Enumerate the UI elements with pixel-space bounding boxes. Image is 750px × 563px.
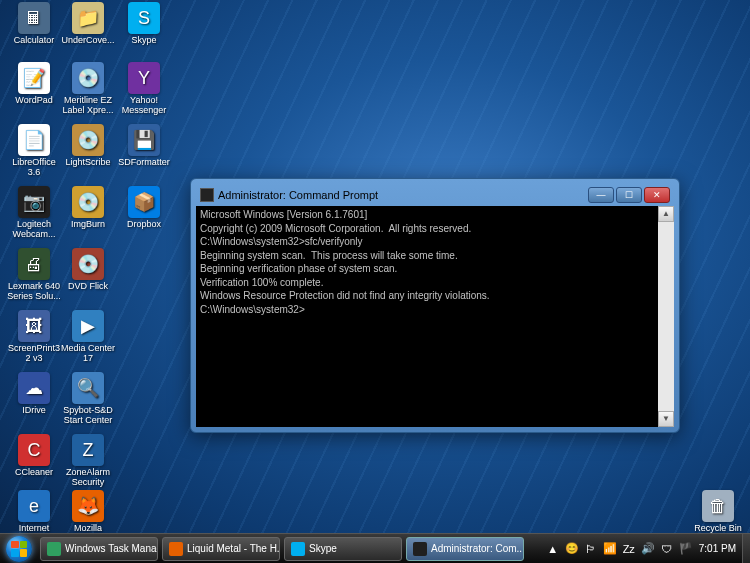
console-line: C:\Windows\system32> [200,303,670,317]
desktop-icon-idrive[interactable]: ☁IDrive [6,372,62,416]
icon-label: Dropbox [127,220,161,230]
app-icon: 💿 [72,186,104,218]
icon-label: CCleaner [15,468,53,478]
desktop-icon-undercove[interactable]: 📁UnderCove... [60,2,116,46]
start-button[interactable] [0,534,38,564]
desktop-icon-sdformatter[interactable]: 💾SDFormatter [116,124,172,168]
app-icon: 📝 [18,62,50,94]
app-icon: 🦊 [72,490,104,522]
desktop-icon-zonealarm-security[interactable]: ZZoneAlarm Security [60,434,116,488]
icon-label: Skype [131,36,156,46]
scroll-up-button[interactable]: ▲ [658,206,674,222]
icon-label: ZoneAlarm Security [60,468,116,488]
icon-label: LibreOffice 3.6 [6,158,62,178]
app-icon: 🗑 [702,490,734,522]
desktop-icon-skype[interactable]: SSkype [116,2,172,46]
console-line: Beginning verification phase of system s… [200,262,670,276]
taskbar: Windows Task Manag...Liquid Metal - The … [0,533,750,563]
app-icon: 💿 [72,248,104,280]
console-line: Microsoft Windows [Version 6.1.7601] [200,208,670,222]
console-line: Copyright (c) 2009 Microsoft Corporation… [200,222,670,236]
desktop-icon-lightscribe[interactable]: 💿LightScribe [60,124,116,168]
titlebar[interactable]: Administrator: Command Prompt — ☐ ✕ [196,184,674,206]
desktop-icon-screenprint32-v3[interactable]: 🖼ScreenPrint32 v3 [6,310,62,364]
app-icon: e [18,490,50,522]
taskbar-label: Skype [309,543,337,554]
desktop-icon-calculator[interactable]: 🖩Calculator [6,2,62,46]
tray-icon-3[interactable]: 📶 [603,542,617,556]
taskbar-button-3[interactable]: Administrator: Com... [406,537,524,561]
desktop-icon-media-center-17[interactable]: ▶Media Center 17 [60,310,116,364]
app-icon: 📦 [128,186,160,218]
icon-label: ImgBurn [71,220,105,230]
app-icon: 🖩 [18,2,50,34]
desktop-icon-logitech-webcam[interactable]: 📷Logitech Webcam... [6,186,62,240]
desktop-icon-dvd-flick[interactable]: 💿DVD Flick [60,248,116,292]
close-button[interactable]: ✕ [644,187,670,203]
taskbar-button-0[interactable]: Windows Task Manag... [40,537,158,561]
icon-label: WordPad [15,96,52,106]
taskbar-button-2[interactable]: Skype [284,537,402,561]
window-title: Administrator: Command Prompt [218,189,588,201]
app-icon: 📁 [72,2,104,34]
icon-label: LightScribe [65,158,110,168]
desktop-icon-recycle-bin[interactable]: 🗑Recycle Bin [690,490,746,534]
show-desktop-button[interactable] [742,534,750,564]
icon-label: Yahoo! Messenger [116,96,172,116]
desktop-icon-yahoo-messenger[interactable]: YYahoo! Messenger [116,62,172,116]
desktop-icon-imgburn[interactable]: 💿ImgBurn [60,186,116,230]
tray-icon-0[interactable]: ▲ [546,542,560,556]
app-icon: ☁ [18,372,50,404]
maximize-button[interactable]: ☐ [616,187,642,203]
desktop-icon-wordpad[interactable]: 📝WordPad [6,62,62,106]
tray-icon-5[interactable]: 🔊 [641,542,655,556]
tray-icon-4[interactable]: Zz [622,542,636,556]
console-line: C:\Windows\system32>sfc/verifyonly [200,235,670,249]
app-icon: 📄 [18,124,50,156]
scrollbar[interactable]: ▲ ▼ [658,206,674,427]
desktop-icon-ccleaner[interactable]: CCCleaner [6,434,62,478]
desktop-icon-dropbox[interactable]: 📦Dropbox [116,186,172,230]
console-line: Beginning system scan. This process will… [200,249,670,263]
icon-label: Calculator [14,36,55,46]
tray-icon-7[interactable]: 🏴 [679,542,693,556]
app-icon: 🖨 [18,248,50,280]
icon-label: ScreenPrint32 v3 [6,344,62,364]
console-line: Verification 100% complete. [200,276,670,290]
icon-label: Meritline EZ Label Xpre... [60,96,116,116]
app-icon: C [18,434,50,466]
app-icon: 💿 [72,62,104,94]
console-output[interactable]: Microsoft Windows [Version 6.1.7601]Copy… [196,206,674,427]
app-icon: 💾 [128,124,160,156]
tray-icon-6[interactable]: 🛡 [660,542,674,556]
app-icon: S [128,2,160,34]
scroll-down-button[interactable]: ▼ [658,411,674,427]
taskbar-app-icon [413,542,427,556]
clock[interactable]: 7:01 PM [699,543,736,554]
system-tray: ▲😊🏳📶Zz🔊🛡🏴 7:01 PM [540,542,742,556]
desktop-icon-meritline-ez-label-xpre[interactable]: 💿Meritline EZ Label Xpre... [60,62,116,116]
app-icon: 📷 [18,186,50,218]
taskbar-button-1[interactable]: Liquid Metal - The H... [162,537,280,561]
minimize-button[interactable]: — [588,187,614,203]
desktop-icon-lexmark-640-series-solu[interactable]: 🖨Lexmark 640 Series Solu... [6,248,62,302]
icon-label: Spybot-S&D Start Center [60,406,116,426]
console-line: Windows Resource Protection did not find… [200,289,670,303]
cmd-icon [200,188,214,202]
app-icon: Y [128,62,160,94]
app-icon: Z [72,434,104,466]
icon-label: Logitech Webcam... [6,220,62,240]
taskbar-label: Administrator: Com... [431,543,524,554]
desktop-icon-libreoffice-3-6[interactable]: 📄LibreOffice 3.6 [6,124,62,178]
icon-label: DVD Flick [68,282,108,292]
app-icon: 💿 [72,124,104,156]
taskbar-label: Windows Task Manag... [65,543,158,554]
icon-label: UnderCove... [61,36,114,46]
taskbar-app-icon [47,542,61,556]
taskbar-label: Liquid Metal - The H... [187,543,280,554]
scroll-track[interactable] [658,222,674,411]
tray-icon-2[interactable]: 🏳 [584,542,598,556]
tray-icon-1[interactable]: 😊 [565,542,579,556]
icon-label: SDFormatter [118,158,170,168]
desktop-icon-spybot-s-d-start-center[interactable]: 🔍Spybot-S&D Start Center [60,372,116,426]
